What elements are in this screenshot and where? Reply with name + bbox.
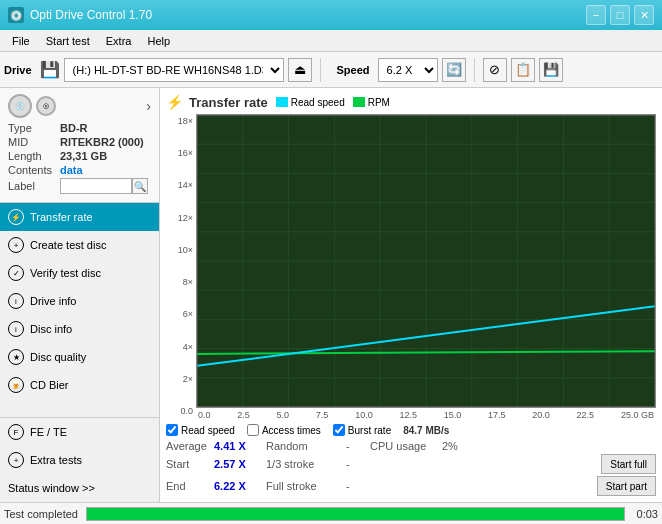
fe-te-icon: F <box>8 424 24 440</box>
nav-fe-te[interactable]: F FE / TE <box>0 418 159 446</box>
nav-drive-info-label: Drive info <box>30 295 76 307</box>
stats-row-end: End 6.22 X Full stroke - Start part <box>166 476 656 496</box>
menu-extra[interactable]: Extra <box>98 33 140 49</box>
disc-contents-label: Contents <box>8 164 60 176</box>
cd-bier-icon: 🍺 <box>8 377 24 393</box>
x-label-50: 5.0 <box>277 410 290 420</box>
status-text: Test completed <box>4 508 78 520</box>
nav-transfer-rate[interactable]: ⚡ Transfer rate <box>0 203 159 231</box>
start-full-button[interactable]: Start full <box>601 454 656 474</box>
nav-bottom: F FE / TE + Extra tests Status window >> <box>0 417 159 502</box>
disc-icon-area: 💿 ◎ <box>8 94 56 118</box>
nav-disc-info[interactable]: i Disc info <box>0 315 159 343</box>
disc-label-button[interactable]: 🔍 <box>132 178 148 194</box>
chart-icon: ⚡ <box>166 94 183 110</box>
stat-average-label: Average <box>166 440 214 452</box>
cb-burst-rate: Burst rate <box>333 424 391 436</box>
nav-disc-quality[interactable]: ★ Disc quality <box>0 343 159 371</box>
disc-contents-field: Contents data <box>8 164 151 176</box>
disc-label-field: Label 🔍 <box>8 178 151 194</box>
minimize-button[interactable]: − <box>586 5 606 25</box>
nav-create-test-disc[interactable]: + Create test disc <box>0 231 159 259</box>
nav-status-window[interactable]: Status window >> <box>0 474 159 502</box>
chart-right: 0.0 2.5 5.0 7.5 10.0 12.5 15.0 17.5 20.0… <box>196 114 656 420</box>
stat-end-label: End <box>166 480 214 492</box>
legend-rpm-box <box>353 97 365 107</box>
save-button[interactable]: 💾 <box>539 58 563 82</box>
access-times-checkbox[interactable] <box>247 424 259 436</box>
erase-button[interactable]: ⊘ <box>483 58 507 82</box>
nav-transfer-rate-label: Transfer rate <box>30 211 93 223</box>
x-label-225: 22.5 <box>577 410 595 420</box>
disc-info-header: 💿 ◎ › <box>8 94 151 118</box>
extra-tests-icon: + <box>8 452 24 468</box>
stat-full-stroke-value: - <box>346 480 370 492</box>
y-label-8: 8× <box>183 277 193 287</box>
drive-label: Drive <box>4 64 32 76</box>
menu-start-test[interactable]: Start test <box>38 33 98 49</box>
start-part-button[interactable]: Start part <box>597 476 656 496</box>
burst-rate-value: 84.7 MB/s <box>403 425 449 436</box>
disc-length-value: 23,31 GB <box>60 150 107 162</box>
menu-help[interactable]: Help <box>139 33 178 49</box>
y-label-16: 16× <box>178 148 193 158</box>
stat-full-stroke-label: Full stroke <box>266 480 346 492</box>
disc-label-input[interactable] <box>60 178 132 194</box>
create-test-icon: + <box>8 237 24 253</box>
legend-read-speed-box <box>276 97 288 107</box>
stat-1-3-stroke-value: - <box>346 458 370 470</box>
nav-disc-info-label: Disc info <box>30 323 72 335</box>
chart-title: Transfer rate <box>189 95 268 110</box>
chart-panel: ⚡ Transfer rate Read speed RPM 18× 16× 1… <box>160 88 662 502</box>
nav-verify-test-disc[interactable]: ✓ Verify test disc <box>0 259 159 287</box>
nav-fe-te-label: FE / TE <box>30 426 67 438</box>
access-times-cb-label: Access times <box>262 425 321 436</box>
close-button[interactable]: ✕ <box>634 5 654 25</box>
menu-file[interactable]: File <box>4 33 38 49</box>
nav-cd-bier[interactable]: 🍺 CD Bier <box>0 371 159 399</box>
nav-disc-quality-label: Disc quality <box>30 351 86 363</box>
stat-average-value: 4.41 X <box>214 440 266 452</box>
chart-area <box>196 114 656 408</box>
burst-rate-checkbox[interactable] <box>333 424 345 436</box>
refresh-button[interactable]: 🔄 <box>442 58 466 82</box>
disc-mid-label: MID <box>8 136 60 148</box>
drive-selector[interactable]: (H:) HL-DT-ST BD-RE WH16NS48 1.D3 <box>64 58 284 82</box>
disc-icon: 💿 <box>8 94 32 118</box>
window-controls: − □ ✕ <box>586 5 654 25</box>
transfer-rate-icon: ⚡ <box>8 209 24 225</box>
disc-length-field: Length 23,31 GB <box>8 150 151 162</box>
disc-length-label: Length <box>8 150 60 162</box>
nav-drive-info[interactable]: i Drive info <box>0 287 159 315</box>
disc-nav-arrow[interactable]: › <box>146 98 151 114</box>
disc-icon-2: ◎ <box>36 96 56 116</box>
toolbar: Drive 💾 (H:) HL-DT-ST BD-RE WH16NS48 1.D… <box>0 52 662 88</box>
y-label-4: 4× <box>183 342 193 352</box>
nav-extra-tests[interactable]: + Extra tests <box>0 446 159 474</box>
disc-info-icon: i <box>8 321 24 337</box>
speed-selector[interactable]: 6.2 X <box>378 58 438 82</box>
x-label-175: 17.5 <box>488 410 506 420</box>
x-label-0: 0.0 <box>198 410 211 420</box>
x-label-125: 12.5 <box>399 410 417 420</box>
stat-end-value: 6.22 X <box>214 480 266 492</box>
eject-button[interactable]: ⏏ <box>288 58 312 82</box>
drive-icon: 💾 <box>40 60 60 79</box>
chart-container: 18× 16× 14× 12× 10× 8× 6× 4× 2× 0.0 <box>166 114 656 420</box>
progress-bar-container <box>86 507 625 521</box>
disc-type-value: BD-R <box>60 122 88 134</box>
stat-cpu-value: 2% <box>442 440 656 452</box>
stat-start-value: 2.57 X <box>214 458 266 470</box>
status-time: 0:03 <box>637 508 658 520</box>
toolbar-separator <box>320 58 321 82</box>
speed-label: Speed <box>337 64 370 76</box>
copy-button[interactable]: 📋 <box>511 58 535 82</box>
y-label-18: 18× <box>178 116 193 126</box>
maximize-button[interactable]: □ <box>610 5 630 25</box>
read-speed-checkbox[interactable] <box>166 424 178 436</box>
y-label-6: 6× <box>183 309 193 319</box>
x-label-150: 15.0 <box>444 410 462 420</box>
x-label-75: 7.5 <box>316 410 329 420</box>
disc-contents-value: data <box>60 164 83 176</box>
menu-bar: File Start test Extra Help <box>0 30 662 52</box>
